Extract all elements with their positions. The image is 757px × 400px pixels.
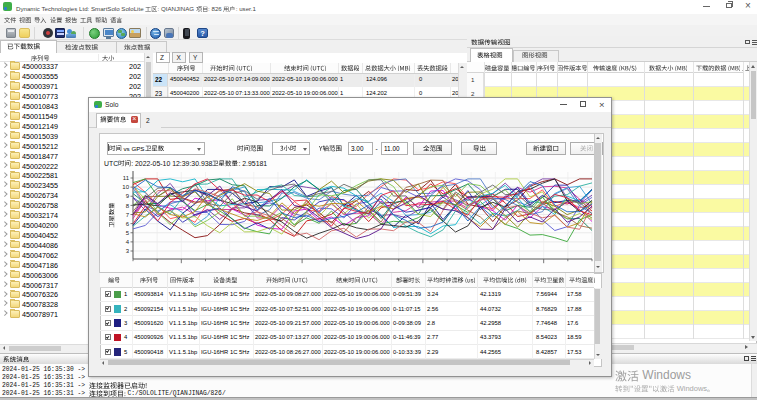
svg-text:11: 11	[123, 175, 130, 181]
svg-text:4: 4	[126, 239, 130, 245]
svg-text:9: 9	[126, 193, 130, 199]
svg-text:7: 7	[126, 212, 130, 218]
svg-text:8: 8	[126, 203, 130, 209]
svg-text:5: 5	[126, 230, 130, 236]
svg-text:3: 3	[126, 248, 130, 254]
svg-text:6: 6	[126, 221, 130, 227]
svg-text:10: 10	[122, 184, 129, 190]
